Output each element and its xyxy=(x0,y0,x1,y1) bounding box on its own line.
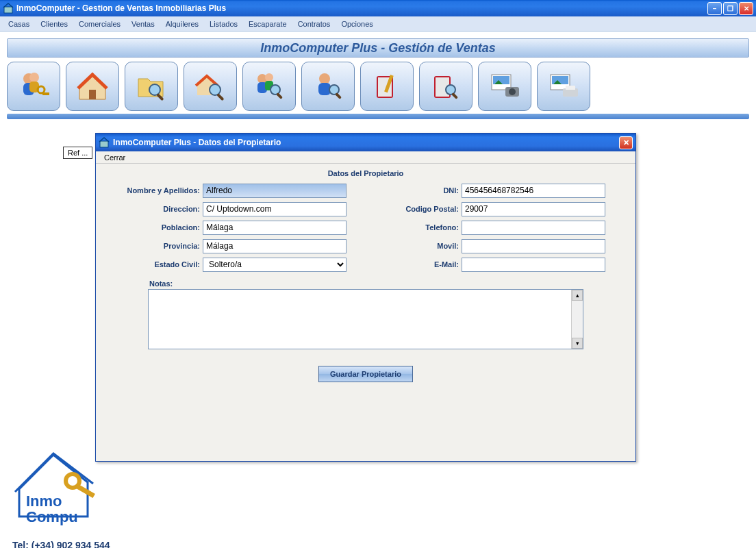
menu-contratos[interactable]: Contratos xyxy=(292,18,336,30)
svg-point-20 xyxy=(329,85,339,95)
svg-point-18 xyxy=(319,73,330,84)
menu-alquileres[interactable]: Alquileres xyxy=(160,18,204,30)
tool-photo-camera[interactable] xyxy=(478,62,531,111)
tool-photo-print[interactable] xyxy=(537,62,590,111)
tool-book-search[interactable] xyxy=(419,62,473,111)
input-provincia[interactable] xyxy=(203,239,346,253)
menu-ventas[interactable]: Ventas xyxy=(126,18,160,30)
toolbar xyxy=(7,62,749,111)
svg-rect-7 xyxy=(89,90,96,99)
notas-scrollbar[interactable]: ▴ ▾ xyxy=(571,290,583,349)
svg-rect-38 xyxy=(75,484,95,498)
book-pencil-icon xyxy=(370,69,404,103)
owner-dialog: InmoComputer Plus - Datos del Propietari… xyxy=(95,133,636,462)
photo-print-icon xyxy=(546,69,581,103)
tool-user-search[interactable] xyxy=(301,62,355,111)
menu-comerciales[interactable]: Comerciales xyxy=(73,18,126,30)
window-controls: – ❐ ✕ xyxy=(707,2,753,15)
label-provincia: Provincia: xyxy=(107,242,203,250)
svg-rect-36 xyxy=(566,86,575,90)
svg-rect-11 xyxy=(216,93,224,101)
label-direccion: Direccion: xyxy=(107,205,203,213)
window-title: InmoComputer - Gestion de Ventas Inmobil… xyxy=(16,3,707,13)
tool-house[interactable] xyxy=(66,62,119,111)
input-direccion[interactable] xyxy=(203,202,346,216)
input-poblacion[interactable] xyxy=(203,221,346,235)
svg-text:Inmo: Inmo xyxy=(26,493,62,510)
app-logo: Inmo Compu xyxy=(12,441,101,532)
svg-point-10 xyxy=(210,84,220,95)
users-search-icon xyxy=(252,69,286,103)
svg-text:Compu: Compu xyxy=(26,508,78,525)
label-codigo-postal: Codigo Postal: xyxy=(366,205,462,213)
menu-opciones[interactable]: Opciones xyxy=(336,18,378,30)
svg-rect-41 xyxy=(100,141,108,147)
label-poblacion: Poblacion: xyxy=(107,223,203,232)
svg-rect-6 xyxy=(42,92,49,95)
label-dni: DNI: xyxy=(366,186,462,195)
tool-book-pencil[interactable] xyxy=(360,62,414,111)
app-icon xyxy=(3,3,14,14)
tool-house-search[interactable] xyxy=(184,62,237,111)
users-keys-icon xyxy=(16,69,51,103)
svg-point-16 xyxy=(270,85,280,95)
input-codigo-postal[interactable] xyxy=(462,202,605,216)
menu-casas[interactable]: Casas xyxy=(3,18,35,30)
svg-rect-17 xyxy=(276,92,283,99)
dialog-close-button[interactable]: ✕ xyxy=(619,136,633,149)
input-nombre[interactable] xyxy=(203,184,346,198)
toolbar-divider xyxy=(7,114,749,119)
label-movil: Movil: xyxy=(366,242,462,250)
notas-container: ▴ ▾ xyxy=(148,289,583,349)
close-button[interactable]: ✕ xyxy=(739,2,753,15)
label-notas: Notas: xyxy=(96,279,635,288)
tool-users-search[interactable] xyxy=(242,62,296,111)
tool-folder-search[interactable] xyxy=(125,62,178,111)
dialog-app-icon xyxy=(99,137,110,148)
dialog-heading: Datos del Propietario xyxy=(96,164,635,183)
main-titlebar: InmoComputer - Gestion de Ventas Inmobil… xyxy=(0,0,756,16)
user-search-icon xyxy=(311,69,345,103)
input-telefono[interactable] xyxy=(462,221,605,235)
textarea-notas[interactable] xyxy=(149,290,570,349)
house-search-icon xyxy=(193,69,227,103)
footer-phone: Tel: (+34) 902 934 544 xyxy=(12,540,110,548)
house-icon xyxy=(75,69,110,103)
svg-point-27 xyxy=(446,85,455,95)
folder-search-icon xyxy=(134,69,168,103)
svg-rect-21 xyxy=(335,92,342,99)
svg-point-8 xyxy=(149,84,160,95)
label-email: E-Mail: xyxy=(366,260,462,269)
tooltip-ref: Ref ... xyxy=(63,147,92,159)
svg-point-3 xyxy=(29,73,39,82)
svg-point-14 xyxy=(265,73,273,82)
scroll-up-icon[interactable]: ▴ xyxy=(572,290,583,301)
scroll-down-icon[interactable]: ▾ xyxy=(572,338,583,349)
svg-rect-0 xyxy=(4,7,12,13)
input-email[interactable] xyxy=(462,258,605,272)
save-owner-button[interactable]: Guardar Propietario xyxy=(318,366,413,382)
tool-users-keys[interactable] xyxy=(7,62,60,111)
menu-escaparate[interactable]: Escaparate xyxy=(243,18,292,30)
banner-title: InmoComputer Plus - Gestión de Ventas xyxy=(7,38,749,58)
maximize-button[interactable]: ❐ xyxy=(723,2,738,15)
owner-form: Nombre y Apellidos: Direccion: Poblacion… xyxy=(96,183,635,275)
input-movil[interactable] xyxy=(462,239,605,253)
minimize-button[interactable]: – xyxy=(707,2,722,15)
photo-camera-icon xyxy=(488,69,522,103)
label-telefono: Telefono: xyxy=(366,223,462,232)
input-dni[interactable] xyxy=(462,184,605,198)
dialog-title: InmoComputer Plus - Datos del Propietari… xyxy=(113,138,619,147)
dialog-titlebar: InmoComputer Plus - Datos del Propietari… xyxy=(96,134,635,151)
book-search-icon xyxy=(429,69,463,103)
menu-clientes[interactable]: Clientes xyxy=(35,18,73,30)
select-estado-civil[interactable]: Soltero/a xyxy=(203,258,346,272)
main-menubar: Casas Clientes Comerciales Ventas Alquil… xyxy=(0,16,756,32)
svg-rect-28 xyxy=(451,92,458,99)
svg-point-32 xyxy=(509,88,516,95)
menu-listados[interactable]: Listados xyxy=(204,18,243,30)
label-nombre: Nombre y Apellidos: xyxy=(107,186,203,195)
svg-point-5 xyxy=(38,86,45,93)
dialog-menubar: Cerrar xyxy=(96,151,635,164)
dialog-menu-cerrar[interactable]: Cerrar xyxy=(100,153,129,162)
